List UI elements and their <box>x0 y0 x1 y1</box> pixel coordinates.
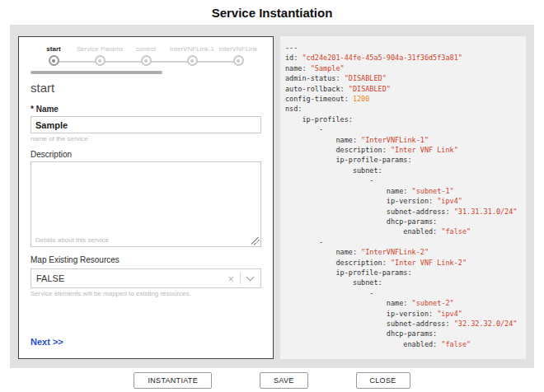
code-line: name: "Sample" <box>285 63 521 73</box>
code-line: ip-profile-params: <box>285 268 521 278</box>
wizard-step-circles <box>30 55 261 68</box>
yaml-preview-panel: ---id: "cd24e201-44fe-45a5-904a-31f36d5f… <box>280 36 526 359</box>
chevron-down-icon[interactable] <box>246 273 255 282</box>
yaml-preview: ---id: "cd24e201-44fe-45a5-904a-31f36d5f… <box>285 43 521 349</box>
code-line: name: "InterVNFLink-1" <box>285 135 521 145</box>
dialog-header: Service Instantiation <box>0 0 544 25</box>
code-line: auto-rollback: "DISABLED" <box>285 84 521 94</box>
code-line: subnet: <box>285 166 521 175</box>
next-link[interactable]: Next >> <box>30 337 63 347</box>
code-line: ip-version: "ipv4" <box>285 309 521 319</box>
code-line: config-timeout: 1200 <box>285 94 521 104</box>
wizard-form-panel: startService ParamscontrolInterVNFLink-1… <box>18 36 274 359</box>
step-label-intervnflink[interactable]: InterVNFLink <box>215 45 261 53</box>
description-label: Description <box>30 150 261 159</box>
wizard-step-labels: startService ParamscontrolInterVNFLink-1… <box>30 45 261 53</box>
description-hint: Details about this service <box>35 236 109 244</box>
dialog-footer: INSTANTIATE SAVE CLOSE <box>0 368 544 392</box>
close-button[interactable]: CLOSE <box>356 372 410 389</box>
code-line: subnet: <box>285 278 521 287</box>
name-label: * Name <box>30 105 261 114</box>
description-field-box: Details about this service <box>30 161 261 247</box>
code-line: subnet-address: "32.32.32.0/24" <box>285 319 521 329</box>
code-line: nsd: <box>285 104 521 114</box>
code-line: enabled: "false" <box>285 226 521 236</box>
code-line: dhcp-params: <box>285 217 521 226</box>
code-line: name: "subnet-2" <box>285 298 521 308</box>
map-existing-hint: Service elements will be mapped to exist… <box>30 290 261 297</box>
code-line: - <box>285 124 521 134</box>
resize-grip-icon[interactable] <box>251 237 260 245</box>
service-instantiation-dialog: Service Instantiation startService Param… <box>0 0 544 392</box>
page-title: Service Instantiation <box>212 6 333 20</box>
map-existing-select[interactable]: FALSE × <box>30 268 261 288</box>
step-label-start[interactable]: start <box>30 45 77 53</box>
map-existing-label: Map Existing Resources <box>30 255 261 264</box>
section-title: start <box>30 81 261 95</box>
step-label-intervnflink-1[interactable]: InterVNFLink-1 <box>169 45 215 53</box>
step-label-control[interactable]: control <box>123 45 169 53</box>
instantiate-button[interactable]: INSTANTIATE <box>134 372 211 389</box>
code-line: description: "Inter VNF Link-2" <box>285 258 521 268</box>
code-line: dhcp-params: <box>285 329 521 338</box>
step-label-service-params[interactable]: Service Params <box>77 45 123 53</box>
select-divider <box>240 273 241 284</box>
code-line: ip-profile-params: <box>285 155 521 165</box>
save-button[interactable]: SAVE <box>260 372 308 389</box>
description-input[interactable] <box>31 162 260 233</box>
name-hint: name of the service <box>30 135 261 142</box>
code-line: description: "Inter VNF Link" <box>285 145 521 155</box>
clear-icon[interactable]: × <box>222 273 240 285</box>
name-input[interactable] <box>30 116 261 133</box>
code-line: id: "cd24e201-44fe-45a5-904a-31f36d5f3a8… <box>285 53 521 63</box>
code-line: - <box>285 237 521 247</box>
code-line: admin-status: "DISABLED" <box>285 73 521 83</box>
code-line: subnet-address: "31.31.31.0/24" <box>285 207 521 217</box>
code-line: name: "InterVNFLink-2" <box>285 247 521 257</box>
code-line: - <box>285 288 521 298</box>
dialog-body: startService ParamscontrolInterVNFLink-1… <box>10 25 534 368</box>
code-line: enabled: "false" <box>285 339 521 349</box>
code-line: ip-profiles: <box>285 114 521 124</box>
map-existing-value: FALSE <box>36 273 222 283</box>
code-line: --- <box>285 43 521 53</box>
stepper-scrollbar[interactable] <box>30 71 162 74</box>
code-line: - <box>285 175 521 185</box>
code-line: name: "subnet-1" <box>285 186 521 196</box>
code-line: ip-version: "ipv4" <box>285 196 521 206</box>
